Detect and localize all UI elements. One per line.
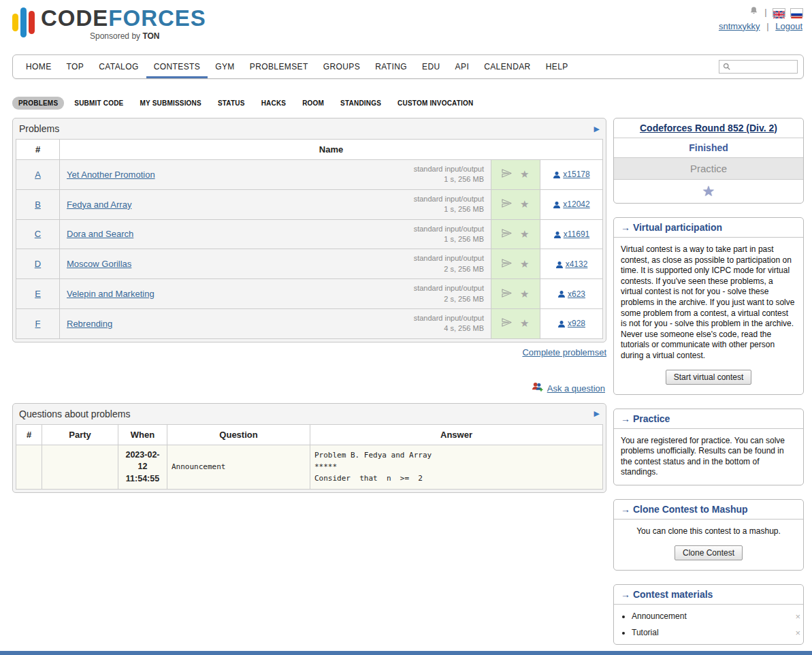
clone-mashup-box: → Clone Contest to Mashup You can clone … [613, 499, 804, 571]
col-header-num: # [16, 424, 42, 445]
submit-plane-icon[interactable] [502, 228, 512, 240]
problem-limits: standard input/output1 s, 256 MB [414, 224, 484, 245]
uk-flag-icon[interactable] [773, 9, 785, 16]
main-navigation: HOME TOP CATALOG CONTESTS GYM PROBLEMSET… [12, 54, 804, 79]
solved-count-link[interactable]: x623 [568, 289, 585, 299]
ru-flag-icon[interactable] [791, 9, 802, 16]
close-icon[interactable]: × [795, 628, 800, 638]
codeforces-logo[interactable]: CODEFORCES Sponsored by TON [12, 7, 206, 41]
nav-item-api[interactable]: API [448, 55, 477, 78]
solved-count-link[interactable]: x12042 [563, 199, 589, 209]
solved-count-link[interactable]: x4132 [566, 259, 588, 269]
problem-letter-link[interactable]: E [35, 289, 41, 299]
start-virtual-contest-button[interactable]: Start virtual contest [666, 370, 752, 385]
nav-item-edu[interactable]: EDU [415, 55, 448, 78]
submit-plane-icon[interactable] [502, 198, 512, 210]
solved-count-link[interactable]: x15178 [563, 170, 589, 179]
header-utility-row: | [719, 5, 802, 20]
ask-question-icon [532, 382, 543, 395]
problem-name-link[interactable]: Yet Another Promotion [67, 170, 155, 180]
favorite-contest-star-icon[interactable]: ★ [702, 183, 715, 199]
username-link[interactable]: sntmxykky [719, 21, 760, 31]
material-tutorial-link[interactable]: Tutorial [632, 628, 659, 637]
problem-name-link[interactable]: Moscow Gorillas [67, 259, 131, 269]
favorite-star-icon[interactable]: ★ [520, 198, 529, 210]
nav-item-gym[interactable]: GYM [208, 55, 242, 78]
logo-wordmark: CODEFORCES [41, 7, 206, 31]
nav-item-problemset[interactable]: PROBLEMSET [242, 55, 316, 78]
problem-limits: standard input/output2 s, 256 MB [414, 283, 484, 304]
questions-caption: Questions about problems [19, 409, 130, 419]
submit-plane-icon[interactable] [502, 258, 512, 270]
problem-name-link[interactable]: Dora and Search [67, 229, 133, 239]
col-header-when: When [118, 424, 167, 445]
submit-plane-icon[interactable] [502, 288, 512, 300]
favorite-star-icon[interactable]: ★ [520, 258, 529, 270]
submit-plane-icon[interactable] [502, 317, 512, 330]
practice-title: → Practice [614, 409, 803, 429]
nav-item-groups[interactable]: GROUPS [316, 55, 368, 78]
problem-name-link[interactable]: Rebrending [67, 319, 112, 329]
contest-subnav: PROBLEMS SUBMIT CODE MY SUBMISSIONS STAT… [12, 97, 804, 110]
favorite-star-icon[interactable]: ★ [520, 228, 529, 240]
problem-letter-link[interactable]: A [35, 170, 41, 180]
ask-question-link[interactable]: Ask a question [547, 383, 605, 394]
expand-arrow-icon[interactable]: ▶ [594, 409, 600, 418]
nav-item-help[interactable]: HELP [538, 55, 576, 78]
contest-title-link[interactable]: Codeforces Round 852 (Div. 2) [640, 123, 777, 133]
problem-limits: standard input/output4 s, 256 MB [414, 313, 484, 334]
col-header-answer: Answer [310, 424, 603, 445]
solved-count-link[interactable]: x928 [568, 319, 585, 328]
clone-mashup-text: You can clone this contest to a mashup. [636, 526, 781, 536]
solvers-person-icon [555, 261, 564, 269]
logout-link[interactable]: Logout [775, 21, 802, 31]
favorite-star-icon[interactable]: ★ [520, 168, 529, 180]
problem-letter-link[interactable]: F [35, 319, 41, 329]
col-header-name: Name [60, 140, 603, 160]
problem-letter-link[interactable]: C [35, 229, 41, 239]
nav-item-home[interactable]: HOME [18, 55, 59, 78]
solvers-person-icon [553, 231, 562, 239]
subnav-custom-invocation[interactable]: CUSTOM INVOCATION [391, 97, 479, 110]
nav-item-rating[interactable]: RATING [368, 55, 415, 78]
nav-item-contests[interactable]: CONTESTS [146, 55, 208, 78]
questions-table-widget: Questions about problems ▶ # Party When … [12, 403, 606, 494]
nav-item-calendar[interactable]: CALENDAR [476, 55, 538, 78]
expand-arrow-icon[interactable]: ▶ [594, 125, 600, 133]
complete-problemset-link[interactable]: Complete problemset [522, 347, 606, 357]
notification-bell-icon[interactable] [749, 5, 758, 20]
subnav-status[interactable]: STATUS [212, 97, 251, 110]
problem-name-link[interactable]: Velepin and Marketing [67, 289, 155, 299]
material-announcement-link[interactable]: Announcement [632, 611, 687, 621]
nav-item-top[interactable]: TOP [59, 55, 92, 78]
contest-mode: Practice [614, 158, 803, 180]
subnav-my-submissions[interactable]: MY SUBMISSIONS [133, 97, 207, 110]
question-text-cell: Announcement [167, 445, 310, 490]
problem-letter-link[interactable]: B [35, 199, 41, 210]
page-header: CODEFORCES Sponsored by TON | sntmxykky … [0, 0, 812, 54]
problems-table-widget: Problems ▶ # Name A [12, 118, 606, 342]
submit-plane-icon[interactable] [502, 168, 512, 180]
clone-contest-button[interactable]: Clone Contest [675, 545, 743, 560]
solvers-person-icon [553, 171, 561, 179]
problem-name-link[interactable]: Fedya and Array [67, 199, 131, 210]
subnav-standings[interactable]: STANDINGS [334, 97, 387, 110]
solvers-person-icon [557, 290, 566, 298]
subnav-hacks[interactable]: HACKS [255, 97, 293, 110]
subnav-problems[interactable]: PROBLEMS [12, 97, 64, 110]
nav-item-catalog[interactable]: CATALOG [91, 55, 146, 78]
subnav-submit-code[interactable]: SUBMIT CODE [68, 97, 129, 110]
subnav-room[interactable]: ROOM [296, 97, 330, 110]
problem-letter-link[interactable]: D [35, 259, 41, 269]
favorite-star-icon[interactable]: ★ [520, 288, 529, 300]
col-header-party: Party [42, 424, 118, 445]
questions-table: # Party When Question Answer 2023-0 [16, 424, 603, 490]
table-row: C Dora and Search standard input/output1… [16, 219, 603, 249]
favorite-star-icon[interactable]: ★ [520, 317, 529, 330]
search-icon [723, 62, 730, 72]
problem-limits: standard input/output1 s, 256 MB [414, 164, 484, 185]
close-icon[interactable]: × [795, 611, 800, 622]
search-input[interactable] [733, 61, 794, 72]
table-row: A Yet Another Promotion standard input/o… [16, 160, 603, 190]
solved-count-link[interactable]: x11691 [564, 229, 589, 239]
